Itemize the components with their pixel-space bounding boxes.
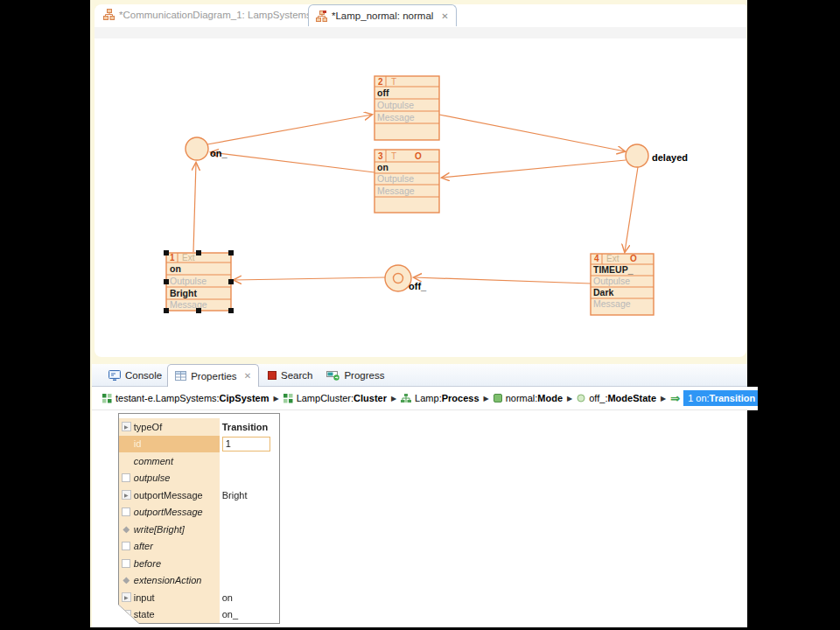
state-off[interactable]: off_: [385, 265, 427, 291]
transition-node-4[interactable]: 4 Ext O TIMEUP_ Outpulse Dark Message: [591, 254, 654, 315]
expand-icon[interactable]: ▶: [122, 422, 131, 431]
transition-arrow-icon: ⇒: [670, 392, 680, 405]
checkbox-icon[interactable]: [122, 542, 130, 550]
properties-table: ▶ typeOf Transition id 1 comment outpuls…: [119, 414, 279, 623]
node-number: 4: [594, 254, 599, 263]
checkbox-icon[interactable]: [122, 473, 130, 482]
transition-node-2[interactable]: 2 T off Outpulse Message: [374, 76, 439, 140]
breadcrumb-item-cipsystem[interactable]: testant-e.LampSystems:CipSystem: [102, 393, 269, 403]
node-message-label: Message: [377, 112, 415, 122]
edge-node4-to-off[interactable]: [414, 277, 591, 284]
breadcrumb-item-cluster[interactable]: LampCluster:Cluster: [284, 393, 387, 403]
edge-node1-to-on[interactable]: [193, 163, 196, 252]
node-input-label: on: [170, 263, 181, 274]
close-icon[interactable]: ✕: [244, 371, 251, 381]
tab-label: Search: [281, 370, 312, 381]
node-outpulse-label: Outpulse: [377, 100, 414, 110]
tab-properties[interactable]: Properties ✕: [167, 364, 259, 387]
property-row-typeof[interactable]: ▶ typeOf Transition: [119, 418, 279, 436]
expand-icon[interactable]: ▶: [122, 490, 131, 500]
id-input[interactable]: 1: [222, 437, 270, 452]
property-row-comment[interactable]: comment: [119, 452, 279, 470]
checkbox-icon[interactable]: [122, 508, 130, 516]
property-row-extensionaction[interactable]: ◆ extensionAction: [119, 572, 279, 590]
node-input-label: on: [377, 162, 388, 172]
property-row-write-bright[interactable]: ◆ write[Bright]: [119, 521, 279, 538]
node-type: Ext: [182, 253, 195, 262]
editor-area: *CommunicationDiagram_1: LampSystems *La…: [94, 4, 746, 357]
tab-console[interactable]: Console: [103, 364, 167, 386]
state-label: on_: [210, 148, 228, 158]
node-outmessage-label: Dark: [593, 287, 614, 298]
node-message-label: Message: [170, 299, 207, 310]
breadcrumb-item-modestate[interactable]: off_:ModeState: [577, 393, 656, 403]
tab-lamp-normal[interactable]: *Lamp_normal: normal ✕: [308, 4, 457, 26]
edge-off-to-node1[interactable]: [234, 277, 385, 280]
property-row-outportmessage[interactable]: ▶ outportMessage Bright: [119, 486, 279, 504]
node-input-label: off: [377, 88, 389, 98]
tab-label: Properties: [191, 371, 236, 382]
property-row-id[interactable]: id 1: [119, 436, 279, 453]
property-row-outpulse[interactable]: outpulse: [119, 470, 279, 487]
tab-progress[interactable]: Progress: [321, 364, 389, 386]
view-tab-bar: Console Properties ✕ Search Progress: [92, 364, 747, 387]
editor-toolbar-strip: [94, 27, 746, 38]
node-outpulse-label: Outpulse: [593, 276, 630, 286]
property-row-input[interactable]: ▶ input on: [119, 589, 279, 606]
properties-table-icon: [175, 371, 186, 381]
property-row-after[interactable]: after: [119, 538, 279, 556]
diagram-icon: [103, 9, 115, 20]
diagram-icon: [316, 10, 327, 22]
edge-delayed-to-node4[interactable]: [625, 167, 638, 252]
breadcrumb: testant-e.LampSystems:CipSystem ▶ LampCl…: [92, 387, 758, 410]
node-message-label: Message: [593, 298, 631, 309]
edge-node2-to-delayed[interactable]: [439, 115, 625, 151]
node-outmessage-label: Bright: [170, 288, 197, 298]
breadcrumb-separator-icon: ▶: [391, 395, 396, 402]
property-row-state[interactable]: ▶ state on_: [119, 606, 279, 624]
diagram-canvas[interactable]: 2 T off Outpulse Message 3 T O on Outpul…: [94, 39, 746, 357]
tab-label: *CommunicationDiagram_1: LampSystems: [119, 10, 312, 20]
tab-label: Progress: [344, 370, 384, 381]
checkbox-icon[interactable]: [122, 559, 130, 568]
node-number: 3: [378, 151, 383, 161]
breadcrumb-item-transition[interactable]: ⇒ 1 on:Transition: [670, 390, 758, 406]
expand-icon[interactable]: ▶: [122, 592, 131, 602]
expand-icon[interactable]: ▶: [122, 610, 131, 620]
node-message-label: Message: [377, 186, 415, 196]
node-outpulse-label: Outpulse: [170, 276, 206, 286]
screen: *CommunicationDiagram_1: LampSystems *La…: [0, 0, 840, 630]
progress-icon: [326, 370, 340, 381]
node-type: T: [391, 77, 396, 87]
close-icon[interactable]: ✕: [441, 11, 448, 21]
properties-popup: ▶ typeOf Transition id 1 comment outpuls…: [118, 413, 280, 624]
editor-tab-bar: *CommunicationDiagram_1: LampSystems *La…: [94, 4, 746, 24]
breadcrumb-selected[interactable]: 1 on:Transition: [683, 390, 758, 406]
edge-node3-to-on[interactable]: [211, 152, 374, 172]
node-outpulse-label: Outpulse: [377, 173, 414, 184]
modestate-circle-icon: [577, 394, 585, 402]
transition-node-3[interactable]: 3 T O on Outpulse Message: [374, 150, 439, 213]
breadcrumb-item-process[interactable]: Lamp:Process: [401, 393, 479, 403]
state-on[interactable]: on_: [186, 137, 228, 160]
breadcrumb-item-mode[interactable]: normal:Mode: [494, 393, 563, 403]
breadcrumb-separator-icon: ▶: [661, 395, 666, 402]
property-row-before[interactable]: before: [119, 555, 279, 572]
search-icon: [268, 371, 276, 380]
bottom-panel: Console Properties ✕ Search Progress: [92, 364, 747, 627]
edge-on-to-node2[interactable]: [207, 115, 372, 144]
process-tree-icon: [401, 394, 411, 403]
diamond-icon: ◆: [123, 576, 130, 584]
edge-delayed-to-node3[interactable]: [442, 160, 626, 178]
node-input-label: TIMEUP_: [593, 264, 634, 275]
state-delayed[interactable]: delayed: [626, 144, 688, 167]
breadcrumb-separator-icon: ▶: [484, 395, 489, 402]
node-type: T: [391, 151, 396, 161]
state-label: off_: [409, 281, 427, 291]
tab-search[interactable]: Search: [262, 364, 318, 386]
property-row-outportmessage-2[interactable]: outportMessage: [119, 504, 279, 522]
node-flag: O: [415, 151, 422, 161]
tab-label: Console: [125, 370, 162, 381]
transition-node-1-selected[interactable]: 1 Ext on Outpulse Bright Message: [164, 250, 234, 313]
tab-communication-diagram[interactable]: *CommunicationDiagram_1: LampSystems: [103, 4, 312, 24]
